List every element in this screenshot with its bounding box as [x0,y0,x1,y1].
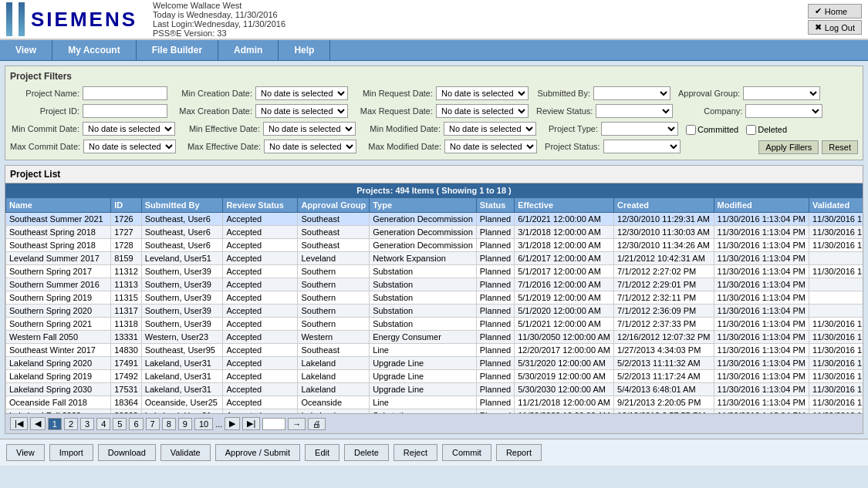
cell-8: 9/21/2013 2:20:05 PM [614,396,714,409]
max-creation-select[interactable]: No date is selected [255,104,348,118]
delete-button[interactable]: Delete [344,444,389,461]
page-next-button[interactable]: ▶ [225,417,240,430]
cell-10: 11/30/2016 1:13:03 PM [809,239,863,252]
report-button[interactable]: Report [496,444,542,461]
nav-admin[interactable]: Admin [218,40,279,60]
nav-help[interactable]: Help [279,40,330,60]
validate-button[interactable]: Validate [160,444,211,461]
deleted-checkbox-label[interactable]: Deleted [746,125,787,135]
col-header-name: Name [6,198,111,213]
nav-view[interactable]: View [0,40,52,60]
min-effective-select[interactable]: No date is selected [263,122,356,136]
logout-button[interactable]: ✖ Log Out [808,20,862,35]
table-row[interactable]: Southern Spring 201911315Southern, User3… [6,291,863,305]
page-first-button[interactable]: |◀ [10,417,28,430]
table-row[interactable]: Southeast Summer 20211726Southeast, User… [6,213,863,226]
cell-7: 12/20/2017 12:00:00 AM [515,344,614,357]
review-status-select[interactable] [596,104,673,118]
cell-2: Lakeland, User31 [141,357,223,370]
cell-5: Line [370,396,477,409]
committed-checkbox-label[interactable]: Committed [686,125,738,135]
cell-10: 11/30/2016 1:13:03 PM [809,383,863,396]
table-row[interactable]: Lakeland Spring 202017491Lakeland, User3… [6,357,863,370]
table-row[interactable]: Southern Spring 201711312Southern, User3… [6,265,863,278]
table-row[interactable]: Lakeland Spring 201917492Lakeland, User3… [6,370,863,383]
max-commit-select[interactable]: No date is selected [83,140,176,153]
cell-6: Planned [476,409,514,414]
page-4-button[interactable]: 4 [96,418,110,430]
committed-checkbox[interactable] [686,125,696,135]
reject-button[interactable]: Reject [393,444,437,461]
page-1-button[interactable]: 1 [48,418,62,430]
table-row[interactable]: Southern Summer 201611313Southern, User3… [6,278,863,291]
max-modified-select[interactable]: No date is selected [444,140,537,153]
table-row[interactable]: Southern Spring 202111318Southern, User3… [6,318,863,331]
page-10-button[interactable]: 10 [194,418,213,430]
page-5-button[interactable]: 5 [113,418,127,430]
approval-group-select[interactable] [743,86,820,100]
reset-filters-button[interactable]: Reset [822,140,858,154]
page-2-button[interactable]: 2 [64,418,78,430]
page-6-button[interactable]: 6 [129,418,143,430]
approve-submit-button[interactable]: Approve / Submit [215,444,300,461]
nav-file-builder[interactable]: File Builder [137,40,218,60]
cell-0: Lakeland Spring 2020 [6,357,111,370]
cell-8: 7/1/2012 2:37:33 PM [614,318,714,331]
cell-5: Substation [370,305,477,318]
table-row[interactable]: Southeast Winter 201714830Southeast, Use… [6,344,863,357]
cell-2: Southeast, User6 [141,226,223,239]
table-row[interactable]: Leveland Summer 20178159Leveland, User51… [6,252,863,265]
apply-filters-button[interactable]: Apply Fillers [758,140,819,154]
page-go-button[interactable]: → [288,418,306,430]
table-row[interactable]: Oceanside Fall 201818364Oceanside, User2… [6,396,863,409]
max-request-select[interactable]: No date is selected [436,104,529,118]
cell-10: 11/30/2016 1:13:03 PM [809,396,863,409]
page-8-button[interactable]: 8 [162,418,176,430]
home-button[interactable]: ✔ Home [808,4,862,19]
page-3-button[interactable]: 3 [80,418,94,430]
max-effective-select[interactable]: No date is selected [264,140,356,153]
page-7-button[interactable]: 7 [146,418,160,430]
table-row[interactable]: Southern Spring 202011317Southern, User3… [6,305,863,318]
deleted-checkbox[interactable] [746,125,756,135]
project-name-input[interactable] [83,86,167,100]
view-button[interactable]: View [6,444,45,461]
table-row[interactable]: Southeast Spring 20181728Southeast, User… [6,239,863,252]
page-prev-button[interactable]: ◀ [30,417,46,430]
cell-0: Southeast Spring 2018 [6,226,111,239]
project-status-select[interactable] [603,140,681,153]
nav-bar: View My Account File Builder Admin Help [0,40,868,61]
col-header-status: Status [476,198,514,213]
company-select[interactable] [745,104,822,118]
min-modified-select[interactable]: No date is selected [444,122,536,136]
max-modified-label: Max Modified Date: [364,142,441,151]
page-jump-input[interactable] [262,418,285,430]
download-button[interactable]: Download [98,444,156,461]
page-last-button[interactable]: ▶| [242,417,260,430]
min-creation-select[interactable]: No date is selected [255,86,348,100]
cell-0: Oceanside Fall 2018 [6,396,111,409]
nav-my-account[interactable]: My Account [52,40,137,60]
commit-button[interactable]: Commit [442,444,491,461]
header-buttons: ✔ Home ✖ Log Out [808,4,862,35]
min-commit-select[interactable]: No date is selected [83,122,175,136]
project-id-input[interactable] [83,104,167,118]
import-button[interactable]: Import [49,444,93,461]
min-request-select[interactable]: No date is selected [436,86,529,100]
page-9-button[interactable]: 9 [178,418,192,430]
cell-6: Planned [476,239,514,252]
submitted-by-select[interactable] [593,86,670,100]
edit-button[interactable]: Edit [305,444,339,461]
project-list-summary: Projects: 494 Items ( Showing 1 to 18 ) [5,183,863,197]
cell-5: Substation [370,291,477,305]
cell-10: 11/30/2016 1:13:03 PM [809,213,863,226]
table-row[interactable]: Western Fall 205013331Western, User23Acc… [6,331,863,344]
cell-3: Accepted [223,291,298,305]
table-row[interactable]: Southeast Spring 20181727Southeast, User… [6,226,863,239]
page-print-button[interactable]: 🖨 [308,418,326,430]
home-icon: ✔ [815,6,822,16]
table-row[interactable]: Lakeland Spring 203017531Lakeland, User3… [6,383,863,396]
submitted-by-label: Submitted By: [536,89,590,98]
cell-2: Lakeland, User31 [141,383,223,396]
project-type-select[interactable] [601,122,678,136]
